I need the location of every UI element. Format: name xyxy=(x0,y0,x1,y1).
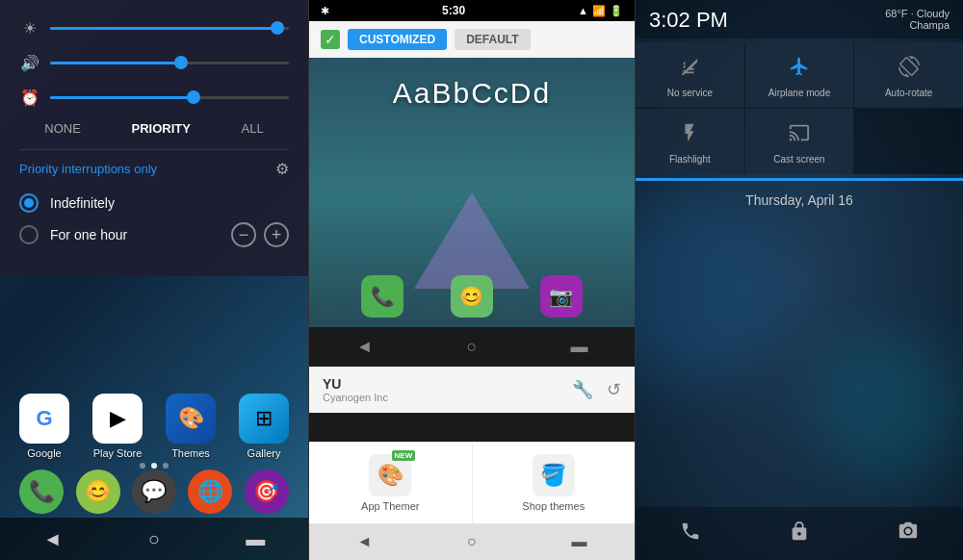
bluetooth-icon: ✱ xyxy=(321,5,329,17)
app-themer-button[interactable]: 🎨 NEW App Themer xyxy=(309,443,473,523)
refresh-icon[interactable]: ↺ xyxy=(607,379,621,400)
phone-smile-icon[interactable]: 😊 xyxy=(451,275,493,318)
priority-label: Priority interruptions only xyxy=(19,162,157,176)
qs-tile-airplane[interactable]: Airplane mode xyxy=(745,42,854,108)
flashlight-label: Flashlight xyxy=(669,154,711,165)
green-phone-icon: 📞 xyxy=(371,285,395,308)
sms-icon: 😊 xyxy=(85,479,111,504)
quick-settings-grid: No service Airplane mode Auto-rotate Fla… xyxy=(636,42,963,174)
qs-tile-no-service[interactable]: No service xyxy=(636,42,744,108)
decrement-button[interactable]: − xyxy=(231,222,256,247)
volume-track[interactable] xyxy=(50,62,289,64)
indefinitely-row[interactable]: Indefinitely xyxy=(19,193,289,213)
weather-city: Champa xyxy=(885,19,950,31)
theme-checkbox[interactable]: ✓ xyxy=(321,30,340,49)
right-phone-icon[interactable] xyxy=(680,521,701,547)
increment-button[interactable]: + xyxy=(264,222,289,247)
dock-chrome-icon[interactable]: 🌐 xyxy=(188,470,232,514)
cast-icon xyxy=(789,122,810,148)
app-icon-gallery[interactable]: ⊞ Gallery xyxy=(239,394,289,459)
dock-msg-icon[interactable]: 💬 xyxy=(132,470,176,514)
font-sample: AaBbCcDd xyxy=(309,77,635,110)
svg-point-0 xyxy=(905,528,911,534)
alarm-track[interactable] xyxy=(50,96,289,99)
dock-phone-icon[interactable]: 📞 xyxy=(19,470,64,514)
theme-name: YU xyxy=(323,376,388,392)
recents-button[interactable]: ▬ xyxy=(246,528,265,550)
dock-app5-icon[interactable]: 🎯 xyxy=(245,470,289,514)
blue-separator xyxy=(636,178,963,181)
theme-toggle-bar: ✓ CUSTOMIZED DEFAULT xyxy=(309,21,635,58)
phone-home-btn[interactable]: ○ xyxy=(466,337,477,357)
home-button[interactable]: ○ xyxy=(148,528,160,550)
app-themer-label: App Themer xyxy=(361,500,419,512)
phone-nav-home[interactable]: ○ xyxy=(467,533,477,550)
camera-icon: 📷 xyxy=(549,285,573,308)
right-time-display: 3:02 PM xyxy=(649,8,728,33)
theme-info-text: YU Cyanogen Inc xyxy=(323,376,388,403)
phone-info-bar: YU Cyanogen Inc 🔧 ↺ xyxy=(309,367,635,413)
volume-icon: 🔊 xyxy=(19,52,40,73)
battery-icon: 🔋 xyxy=(610,5,623,17)
app-icon-playstore[interactable]: ▶ Play Store xyxy=(92,394,143,459)
phone-status-bar: ✱ 5:30 ▲ 📶 🔋 xyxy=(309,0,635,21)
shop-themes-icon-bg: 🪣 xyxy=(533,454,575,496)
for-one-hour-row[interactable]: For one hour − + xyxy=(19,222,289,247)
themes-icon: 🎨 xyxy=(178,406,204,431)
middle-panel: ✱ 5:30 ▲ 📶 🔋 ✓ CUSTOMIZED DEFAULT AaBbCc… xyxy=(308,0,636,560)
qs-tile-cast[interactable]: Cast screen xyxy=(745,109,854,174)
option-none[interactable]: NONE xyxy=(44,121,81,136)
bottom-app-icons: 📞 😊 💬 🌐 🎯 xyxy=(0,470,308,514)
dot-2 xyxy=(151,463,157,469)
right-lock-icon[interactable] xyxy=(789,521,810,547)
option-all[interactable]: ALL xyxy=(242,121,264,136)
phone-nav-recents[interactable]: ▬ xyxy=(572,533,587,550)
right-status-bar: 3:02 PM 68°F · Cloudy Champa xyxy=(636,0,963,38)
phone-action-buttons: 🎨 NEW App Themer 🪣 Shop themes xyxy=(309,442,635,523)
autorotate-label: Auto-rotate xyxy=(885,88,932,98)
volume-slider-row: 🔊 xyxy=(19,52,289,73)
phone-nav-back[interactable]: ◄ xyxy=(356,533,372,550)
tab-default[interactable]: DEFAULT xyxy=(455,29,530,50)
right-camera-icon[interactable] xyxy=(898,521,919,547)
indefinitely-label: Indefinitely xyxy=(50,195,289,211)
phone-time: 5:30 xyxy=(442,4,465,17)
indefinitely-radio[interactable] xyxy=(19,193,39,213)
phone-camera-icon[interactable]: 📷 xyxy=(540,275,583,318)
app-icon-google[interactable]: G Google xyxy=(19,394,69,459)
status-icons-right: ▲ 📶 🔋 xyxy=(578,5,623,17)
phone-screen: AaBbCcDd 📞 😊 📷 xyxy=(309,58,635,327)
phone-phone-icon[interactable]: 📞 xyxy=(361,275,403,318)
option-priority[interactable]: PRIORITY xyxy=(132,121,191,136)
phone-icons-row: 📞 😊 📷 xyxy=(309,275,635,318)
shop-themes-label: Shop themes xyxy=(522,500,585,512)
weather-temp: 68°F · Cloudy xyxy=(885,8,950,19)
tab-customized[interactable]: CUSTOMIZED xyxy=(348,29,447,50)
wrench-icon[interactable]: 🔧 xyxy=(572,379,593,400)
autorotate-icon xyxy=(898,56,920,82)
dock-sms-icon[interactable]: 😊 xyxy=(76,470,120,514)
page-dots xyxy=(0,463,308,469)
app-icon-themes[interactable]: 🎨 Themes xyxy=(166,394,216,459)
brightness-track[interactable] xyxy=(50,27,289,30)
airplane-icon xyxy=(789,56,810,82)
brightness-icon: ☀ xyxy=(19,17,40,38)
qs-tile-autorotate[interactable]: Auto-rotate xyxy=(854,42,963,108)
phone-back-btn[interactable]: ◄ xyxy=(356,337,374,357)
hour-controls: − + xyxy=(231,222,289,247)
phone-nav-bar: ◄ ○ ▬ xyxy=(309,327,635,367)
notification-overlay: ☀ 🔊 ⏰ NONE PRIORITY ALL xyxy=(0,0,308,276)
one-hour-radio[interactable] xyxy=(19,225,39,244)
google-label: Google xyxy=(27,447,61,459)
gear-icon[interactable]: ⚙ xyxy=(275,160,289,178)
gallery-label: Gallery xyxy=(247,447,281,459)
back-button[interactable]: ◄ xyxy=(43,528,63,550)
brightness-slider-row: ☀ xyxy=(19,17,289,38)
right-time: 3:02 PM xyxy=(649,8,728,33)
dot-3 xyxy=(163,463,169,469)
phone-recents-btn[interactable]: ▬ xyxy=(570,337,587,357)
status-icons-left: ✱ xyxy=(321,5,329,17)
shop-themes-button[interactable]: 🪣 Shop themes xyxy=(473,443,636,523)
one-hour-label: For one hour xyxy=(50,227,231,242)
qs-tile-flashlight[interactable]: Flashlight xyxy=(636,109,744,174)
